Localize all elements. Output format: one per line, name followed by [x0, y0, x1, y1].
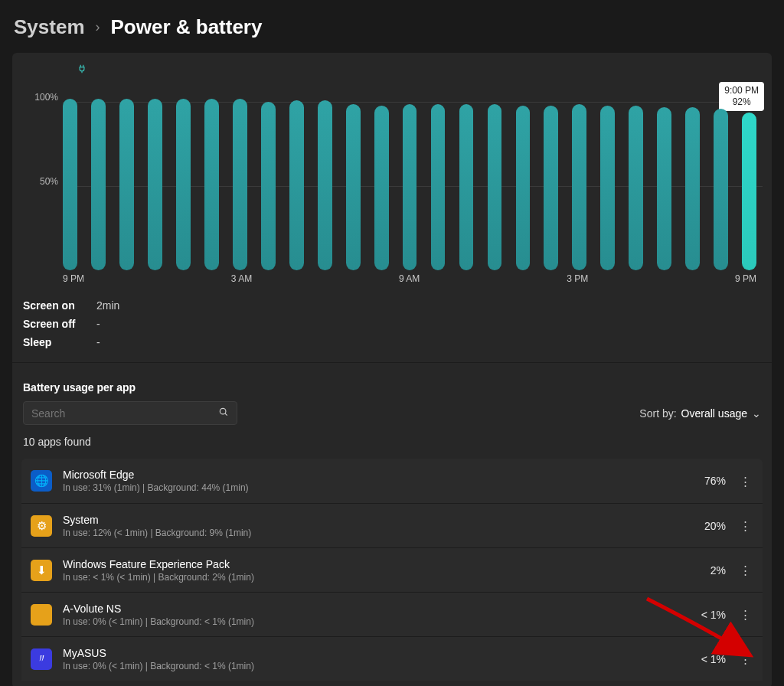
chart-bar[interactable]	[318, 100, 332, 270]
x-tick: 9 PM	[63, 273, 84, 284]
svg-line-1	[225, 413, 227, 416]
chart-bar[interactable]	[374, 106, 389, 270]
chart-bar[interactable]	[459, 104, 474, 270]
app-usage-percent: 76%	[680, 475, 726, 487]
screen-stats: Screen on 2min Screen off - Sleep -	[21, 284, 763, 356]
chart-bar[interactable]	[204, 99, 219, 270]
app-name: Microsoft Edge	[63, 469, 669, 481]
search-input-wrap[interactable]	[23, 401, 237, 425]
charging-icon	[77, 64, 87, 77]
battery-panel: 100% 50% 9:00 PM 92% 9 PM 3 AM 9 AM 3 PM…	[12, 53, 772, 686]
stat-value: 2min	[96, 299, 119, 312]
app-row[interactable]: 〃 MyASUS In use: 0% (< 1min) | Backgroun…	[21, 636, 763, 681]
app-name: System	[63, 514, 669, 526]
page-title: Power & battery	[111, 15, 263, 39]
stat-sleep: Sleep -	[23, 333, 761, 351]
svg-point-0	[220, 408, 226, 414]
more-options-button[interactable]: ⋮	[737, 564, 753, 576]
chart-x-axis: 9 PM 3 AM 9 AM 3 PM 9 PM	[63, 272, 756, 284]
chart-bar[interactable]	[63, 99, 77, 270]
chart-bars	[63, 99, 756, 270]
stat-label: Sleep	[23, 336, 80, 348]
sort-by-value: Overall usage	[681, 407, 747, 420]
x-tick: 3 PM	[567, 273, 588, 284]
app-list: 🌐 Microsoft Edge In use: 31% (1min) | Ba…	[21, 459, 763, 681]
app-usage-percent: < 1%	[680, 653, 726, 665]
sort-by-dropdown[interactable]: Sort by: Overall usage ⌄	[639, 407, 761, 420]
stat-value: -	[96, 336, 100, 348]
breadcrumb-parent[interactable]: System	[14, 15, 85, 39]
chart-bar[interactable]	[403, 104, 417, 270]
app-usage-percent: 20%	[680, 520, 726, 532]
app-icon: ⬇	[31, 560, 52, 581]
chart-bar[interactable]	[289, 100, 304, 270]
app-text: Windows Feature Experience Pack In use: …	[63, 558, 669, 583]
x-tick: 9 PM	[735, 273, 756, 284]
more-options-button[interactable]: ⋮	[737, 653, 753, 665]
chart-bar[interactable]	[488, 104, 502, 270]
app-row[interactable]: 🌐 Microsoft Edge In use: 31% (1min) | Ba…	[21, 459, 763, 503]
chart-bar[interactable]	[346, 104, 361, 270]
y-tick-50: 50%	[40, 176, 58, 187]
app-icon	[31, 604, 52, 626]
chart-plot-area[interactable]: 9:00 PM 92%	[63, 65, 763, 270]
chart-bar[interactable]	[742, 113, 756, 270]
chart-bar[interactable]	[572, 104, 586, 270]
app-detail: In use: 0% (< 1min) | Background: < 1% (…	[63, 661, 669, 671]
chart-y-axis: 100% 50%	[21, 60, 63, 270]
chevron-down-icon: ⌄	[752, 407, 761, 420]
chart-bar[interactable]	[176, 99, 191, 270]
y-tick-100: 100%	[34, 92, 58, 103]
app-icon: ⚙	[31, 515, 52, 537]
chart-bar[interactable]	[119, 99, 134, 270]
app-text: System In use: 12% (< 1min) | Background…	[63, 514, 669, 538]
app-usage-percent: 2%	[680, 564, 726, 577]
search-input[interactable]	[31, 407, 200, 420]
app-detail: In use: 31% (1min) | Background: 44% (1m…	[63, 482, 669, 493]
app-name: MyASUS	[63, 647, 669, 659]
apps-found-count: 10 apps found	[21, 425, 763, 454]
x-tick: 3 AM	[231, 273, 252, 284]
tooltip-time: 9:00 PM	[724, 85, 759, 96]
app-text: Microsoft Edge In use: 31% (1min) | Back…	[63, 469, 669, 493]
sort-by-label: Sort by:	[639, 407, 676, 420]
app-usage-percent: < 1%	[680, 609, 726, 621]
chart-bar[interactable]	[600, 106, 615, 270]
stat-screen-on: Screen on 2min	[23, 296, 761, 315]
chart-bar[interactable]	[629, 106, 643, 270]
app-name: Windows Feature Experience Pack	[63, 558, 669, 570]
more-options-button[interactable]: ⋮	[737, 609, 753, 620]
battery-level-chart: 100% 50% 9:00 PM 92%	[21, 60, 763, 270]
chart-bar[interactable]	[544, 106, 558, 270]
chart-bar[interactable]	[685, 107, 700, 270]
app-name: A-Volute NS	[63, 603, 669, 615]
app-detail: In use: 12% (< 1min) | Background: 9% (1…	[63, 528, 669, 538]
chart-bar[interactable]	[261, 102, 276, 270]
chart-bar[interactable]	[233, 99, 247, 270]
chart-bar[interactable]	[431, 104, 446, 270]
stat-label: Screen off	[23, 318, 80, 330]
chart-bar[interactable]	[91, 99, 106, 270]
app-icon: 〃	[31, 648, 52, 670]
chart-bar[interactable]	[148, 99, 162, 270]
stat-screen-off: Screen off -	[23, 315, 761, 333]
x-tick: 9 AM	[399, 273, 420, 284]
chart-bar[interactable]	[657, 107, 671, 270]
app-detail: In use: < 1% (< 1min) | Background: 2% (…	[63, 572, 669, 583]
more-options-button[interactable]: ⋮	[737, 475, 753, 487]
app-row[interactable]: A-Volute NS In use: 0% (< 1min) | Backgr…	[21, 592, 763, 636]
chart-bar[interactable]	[516, 106, 531, 270]
app-text: MyASUS In use: 0% (< 1min) | Background:…	[63, 647, 669, 671]
search-icon	[218, 407, 229, 420]
app-detail: In use: 0% (< 1min) | Background: < 1% (…	[63, 616, 669, 627]
more-options-button[interactable]: ⋮	[737, 520, 753, 531]
stat-value: -	[96, 318, 100, 330]
app-row[interactable]: ⚙ System In use: 12% (< 1min) | Backgrou…	[21, 503, 763, 547]
breadcrumb: System › Power & battery	[0, 0, 784, 53]
stat-label: Screen on	[23, 299, 80, 312]
usage-section-title: Battery usage per app	[21, 369, 763, 401]
app-text: A-Volute NS In use: 0% (< 1min) | Backgr…	[63, 603, 669, 627]
chevron-right-icon: ›	[96, 19, 100, 35]
app-row[interactable]: ⬇ Windows Feature Experience Pack In use…	[21, 547, 763, 592]
chart-bar[interactable]	[714, 109, 728, 270]
